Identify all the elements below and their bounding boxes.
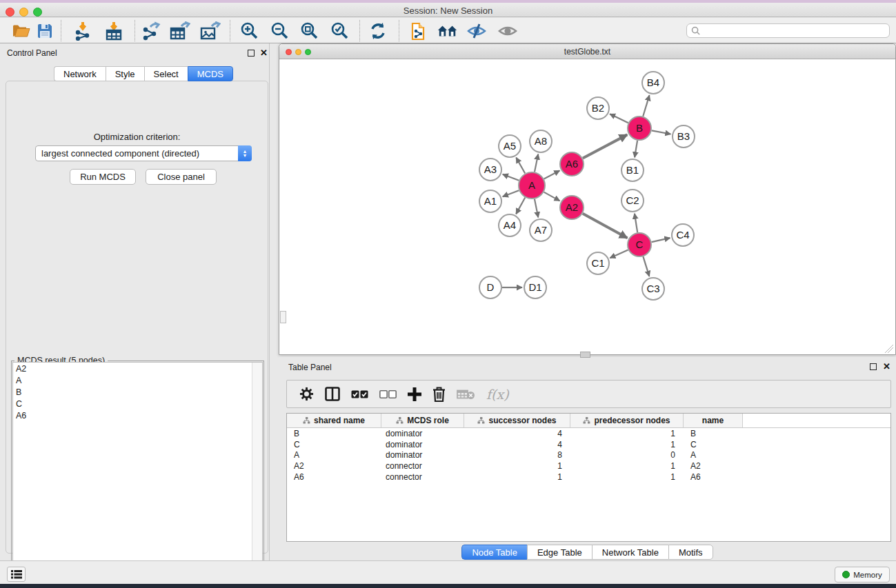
close-table-panel-icon[interactable]: ✕ <box>883 363 890 370</box>
select-all-columns-icon[interactable] <box>351 390 368 398</box>
optimization-criterion-select[interactable]: largest connected component (directed) ▲… <box>35 145 252 161</box>
mcds-result-list[interactable]: A2 A B C A6 <box>12 362 263 583</box>
close-panel-icon[interactable]: ✕ <box>260 50 268 57</box>
memory-button[interactable]: Memory <box>835 567 890 582</box>
float-panel-icon[interactable] <box>248 50 255 57</box>
graph-node-B[interactable]: B <box>628 116 651 140</box>
save-session-icon[interactable] <box>34 21 55 41</box>
run-mcds-button[interactable]: Run MCDS <box>70 169 136 185</box>
graph-node-C3[interactable]: C3 <box>642 278 664 300</box>
show-columns-icon[interactable] <box>325 387 340 401</box>
list-item[interactable]: A2 <box>13 363 262 374</box>
graph-node-A5[interactable]: A5 <box>499 135 521 157</box>
hide-graphics-details-icon[interactable] <box>466 21 487 41</box>
network-graph[interactable]: B4B2BB3A5A8A6A3B1AA1C2A2A4A7C4CC1DD1C3 <box>280 60 895 354</box>
search-input[interactable] <box>700 26 885 36</box>
toolbar-search[interactable] <box>686 23 890 38</box>
new-network-from-selection-icon[interactable] <box>408 21 429 41</box>
graph-edge-A-A7[interactable] <box>535 199 538 218</box>
graph-node-A8[interactable]: A8 <box>530 130 552 152</box>
unselect-all-columns-icon[interactable] <box>379 390 397 398</box>
import-network-icon[interactable] <box>72 21 93 41</box>
tab-network[interactable]: Network <box>54 66 106 81</box>
graph-edge-B-B4[interactable] <box>643 95 649 116</box>
graph-edge-A2-C[interactable] <box>583 214 628 239</box>
graph-edge-A-A1[interactable] <box>503 190 519 196</box>
graph-node-D1[interactable]: D1 <box>524 276 546 298</box>
graph-node-A7[interactable]: A7 <box>530 219 552 241</box>
graph-node-B1[interactable]: B1 <box>621 159 644 181</box>
graph-node-A4[interactable]: A4 <box>499 214 521 236</box>
graph-edge-A-A3[interactable] <box>503 174 519 181</box>
table-row[interactable]: Bdominator41B <box>287 428 890 439</box>
tab-node-table[interactable]: Node Table <box>461 545 527 560</box>
column-header[interactable]: name <box>684 414 743 427</box>
tab-select[interactable]: Select <box>144 66 188 81</box>
float-table-panel-icon[interactable] <box>870 363 877 370</box>
import-table-icon[interactable] <box>103 21 124 41</box>
column-header[interactable]: successor nodes <box>464 414 570 427</box>
graph-node-C4[interactable]: C4 <box>672 224 694 246</box>
window-resize-grip[interactable] <box>885 345 893 353</box>
tab-motifs[interactable]: Motifs <box>668 545 713 560</box>
list-item[interactable]: C <box>13 398 262 409</box>
export-table-icon[interactable] <box>170 21 190 41</box>
column-header[interactable]: shared name <box>287 414 381 427</box>
list-item[interactable]: B <box>13 386 262 398</box>
graph-edge-A-A5[interactable] <box>516 158 525 174</box>
graph-node-A2[interactable]: A2 <box>560 196 584 219</box>
graph-node-A6[interactable]: A6 <box>560 152 584 176</box>
table-row[interactable]: A6connector11A6 <box>287 472 890 483</box>
zoom-selected-icon[interactable] <box>330 21 350 41</box>
graph-edge-C-C4[interactable] <box>652 238 670 242</box>
tab-network-table[interactable]: Network Table <box>592 545 668 560</box>
graph-node-C1[interactable]: C1 <box>587 252 609 274</box>
table-row[interactable]: Adominator80A <box>287 450 890 461</box>
table-row[interactable]: A2connector11A2 <box>287 460 890 472</box>
column-header[interactable]: MCDS role <box>381 414 464 427</box>
zoom-in-icon[interactable] <box>239 21 260 41</box>
show-graphics-details-icon[interactable] <box>497 21 518 41</box>
column-header[interactable]: predecessor nodes <box>570 414 684 427</box>
graph-edge-A6-B[interactable] <box>583 134 627 158</box>
graph-node-A3[interactable]: A3 <box>479 159 501 181</box>
list-scrollbar[interactable] <box>252 363 262 582</box>
refresh-icon[interactable] <box>368 21 388 41</box>
graph-node-B2[interactable]: B2 <box>587 97 609 119</box>
graph-node-A1[interactable]: A1 <box>479 190 501 212</box>
function-builder-icon[interactable]: f(x) <box>486 387 509 402</box>
tab-edge-table[interactable]: Edge Table <box>527 545 592 560</box>
graph-node-D[interactable]: D <box>479 276 501 298</box>
graph-edge-A-A2[interactable] <box>544 192 560 201</box>
delete-table-icon[interactable] <box>457 389 475 400</box>
graph-node-A[interactable]: A <box>519 172 545 199</box>
task-history-button[interactable] <box>7 567 26 582</box>
list-item[interactable]: A6 <box>13 409 262 421</box>
tab-style[interactable]: Style <box>106 66 144 81</box>
graph-node-C[interactable]: C <box>628 233 651 256</box>
graph-edge-A-A6[interactable] <box>544 170 560 179</box>
table-row[interactable]: Cdominator41C <box>287 439 890 450</box>
zoom-fit-icon[interactable] <box>299 21 320 41</box>
create-column-icon[interactable] <box>408 387 421 401</box>
gear-icon[interactable] <box>299 387 314 401</box>
graph-edge-B-B1[interactable] <box>635 141 637 157</box>
graph-node-B4[interactable]: B4 <box>642 72 664 94</box>
graph-edge-C-C2[interactable] <box>635 214 637 232</box>
graph-node-C2[interactable]: C2 <box>621 190 644 212</box>
graph-edge-B-B2[interactable] <box>610 114 628 123</box>
network-window-titlebar[interactable]: testGlobe.txt <box>279 44 895 59</box>
open-file-icon[interactable] <box>10 21 31 41</box>
graph-edge-C-C3[interactable] <box>643 256 649 276</box>
list-item[interactable]: A <box>13 374 262 386</box>
close-panel-button[interactable]: Close panel <box>146 169 217 185</box>
canvas-scroll-mark[interactable] <box>280 311 286 323</box>
splitter-handle[interactable] <box>580 352 590 358</box>
graph-node-B3[interactable]: B3 <box>673 125 695 148</box>
network-overview-icon[interactable] <box>437 21 458 41</box>
graph-edge-A-A4[interactable] <box>516 198 525 214</box>
node-table[interactable]: shared name MCDS role successor nodes pr… <box>286 413 891 542</box>
export-image-icon[interactable] <box>200 21 221 41</box>
graph-edge-B-B3[interactable] <box>652 130 671 134</box>
network-canvas[interactable]: B4B2BB3A5A8A6A3B1AA1C2A2A4A7C4CC1DD1C3 <box>280 60 895 354</box>
